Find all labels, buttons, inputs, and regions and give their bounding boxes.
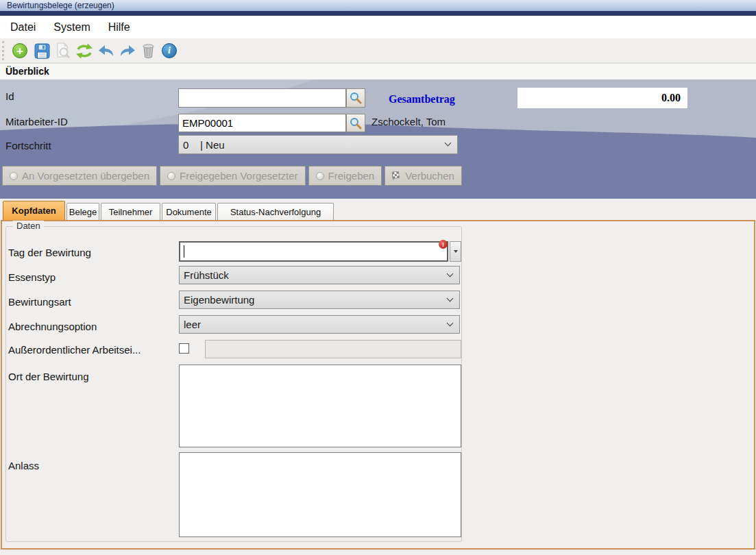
- arbeitsessen-label: Außerordentlicher Arbeitsei...: [8, 344, 141, 356]
- ort-der-bewirtung-textarea[interactable]: [179, 365, 461, 447]
- status-circle-icon: [316, 172, 324, 180]
- text-caret: [184, 245, 184, 258]
- menu-bar: Datei System Hilfe: [0, 16, 756, 38]
- tab-strip: Kopfdaten Belege Teilnehmer Dokumente St…: [0, 199, 756, 220]
- window-title: Bewirtungsbelege (erzeugen): [7, 1, 114, 10]
- tab-label: Status-Nachverfolgung: [230, 207, 321, 217]
- ort-der-bewirtung-label: Ort der Bewirtung: [8, 371, 89, 382]
- tab-kopfdaten[interactable]: Kopfdaten: [3, 201, 65, 220]
- verbuchen-button-label: Verbuchen: [405, 170, 454, 182]
- id-label: Id: [5, 90, 14, 102]
- refresh-button[interactable]: [75, 41, 94, 60]
- abrechnungsoption-label: Abrechnungsoption: [8, 321, 97, 332]
- overview-title: Überblick: [5, 66, 49, 77]
- overview-section-header: Überblick: [0, 63, 756, 79]
- mitarbeiter-lookup-button[interactable]: [346, 114, 365, 132]
- bewirtungsart-select[interactable]: Eigenbewirtung: [179, 291, 460, 309]
- toolbar: +: [0, 38, 756, 63]
- tab-label: Dokumente: [166, 207, 211, 217]
- anlass-label: Anlass: [8, 460, 39, 471]
- redo-button[interactable]: [118, 41, 137, 60]
- freigegeben-vorgesetzter-button[interactable]: Freigegeben Vorgesetzter: [160, 166, 306, 186]
- info-icon: i: [162, 43, 177, 58]
- id-input[interactable]: [178, 88, 346, 108]
- arbeitsessen-input: [205, 340, 461, 358]
- mitarbeiter-id-label: Mitarbeiter-ID: [5, 116, 68, 127]
- essenstyp-value: Frühstück: [184, 269, 229, 281]
- uebergeben-button-label: An Vorgesetzten übergeben: [22, 170, 149, 182]
- status-circle-icon: [10, 172, 18, 180]
- toolbar-drag-grip[interactable]: [2, 41, 4, 60]
- print-preview-button[interactable]: [53, 41, 73, 60]
- abrechnungsoption-select[interactable]: leer: [179, 315, 460, 334]
- tab-dokumente[interactable]: Dokumente: [162, 203, 216, 220]
- trash-icon: [141, 43, 156, 59]
- info-button[interactable]: i: [160, 41, 179, 60]
- mitarbeiter-id-input[interactable]: [178, 114, 346, 132]
- abrechnungsoption-value: leer: [184, 319, 201, 330]
- gesamtbetrag-value: 0.00: [517, 88, 687, 108]
- chevron-down-icon: [445, 140, 452, 147]
- bewirtungsart-label: Bewirtungsart: [8, 296, 71, 308]
- menu-item-system[interactable]: System: [45, 18, 99, 36]
- arbeitsessen-checkbox[interactable]: [179, 343, 189, 354]
- tab-label: Teilnehmer: [109, 207, 153, 217]
- checkered-flag-icon: [392, 171, 401, 180]
- tab-label: Belege: [69, 207, 97, 217]
- menu-item-hilfe[interactable]: Hilfe: [99, 18, 139, 36]
- magnifier-icon: [350, 117, 362, 130]
- mitarbeiter-name-text: Zschockelt, Tom: [371, 116, 446, 127]
- tag-der-bewirtung-label: Tag der Bewirtung: [8, 247, 91, 258]
- id-lookup-button[interactable]: [346, 88, 365, 108]
- redo-icon: [119, 45, 136, 57]
- title-bar[interactable]: Bewirtungsbelege (erzeugen): [0, 0, 756, 11]
- tag-der-bewirtung-dropdown-button[interactable]: [450, 241, 461, 262]
- app-window: Bewirtungsbelege (erzeugen) Datei System…: [0, 0, 756, 555]
- gesamtbetrag-label: Gesamtbetrag: [389, 93, 455, 106]
- uebergeben-button[interactable]: An Vorgesetzten übergeben: [2, 166, 157, 186]
- workflow-actions: An Vorgesetzten übergeben Freigegeben Vo…: [2, 166, 462, 186]
- anlass-textarea[interactable]: [179, 452, 461, 537]
- tab-teilnehmer[interactable]: Teilnehmer: [101, 203, 160, 220]
- delete-button[interactable]: [138, 41, 158, 60]
- fortschritt-select[interactable]: 0 | Neu: [178, 135, 458, 154]
- freigegeben-button-label: Freigegeben Vorgesetzter: [180, 170, 298, 182]
- validation-error-icon: !: [439, 240, 448, 249]
- essenstyp-select[interactable]: Frühstück: [179, 266, 460, 284]
- chevron-down-icon: [454, 250, 458, 253]
- freigeben-button[interactable]: Freigeben: [308, 166, 382, 186]
- status-circle-icon: [167, 172, 175, 180]
- chevron-down-icon: [447, 270, 454, 277]
- essenstyp-label: Essenstyp: [8, 271, 56, 283]
- title-bar-accent-band: [0, 11, 756, 16]
- add-icon: +: [12, 43, 27, 58]
- save-button[interactable]: [32, 41, 51, 60]
- chevron-down-icon: [447, 295, 454, 301]
- tab-status-nachverfolgung[interactable]: Status-Nachverfolgung: [217, 203, 334, 220]
- tab-label: Kopfdaten: [12, 206, 56, 216]
- undo-button[interactable]: [97, 41, 116, 60]
- fortschritt-label: Fortschritt: [5, 140, 51, 151]
- overview-section: Id Gesamtbetrag 0.00 Mitarbeiter-ID Zsch…: [0, 79, 756, 199]
- menu-item-datei[interactable]: Datei: [1, 18, 45, 36]
- undo-icon: [98, 45, 114, 57]
- save-icon: [34, 43, 50, 59]
- freigeben-button-label: Freigeben: [328, 170, 375, 182]
- magnifier-icon: [350, 92, 362, 104]
- bewirtungsart-value: Eigenbewirtung: [184, 294, 254, 306]
- chevron-down-icon: [447, 319, 454, 326]
- tag-der-bewirtung-input[interactable]: [179, 241, 448, 262]
- daten-groupbox-title: Daten: [13, 221, 44, 231]
- refresh-icon: [75, 43, 93, 59]
- print-preview-icon: [55, 42, 71, 59]
- fortschritt-value: 0 | Neu: [183, 139, 225, 151]
- verbuchen-button[interactable]: Verbuchen: [385, 166, 462, 186]
- tab-belege[interactable]: Belege: [66, 203, 99, 220]
- add-button[interactable]: +: [10, 41, 29, 60]
